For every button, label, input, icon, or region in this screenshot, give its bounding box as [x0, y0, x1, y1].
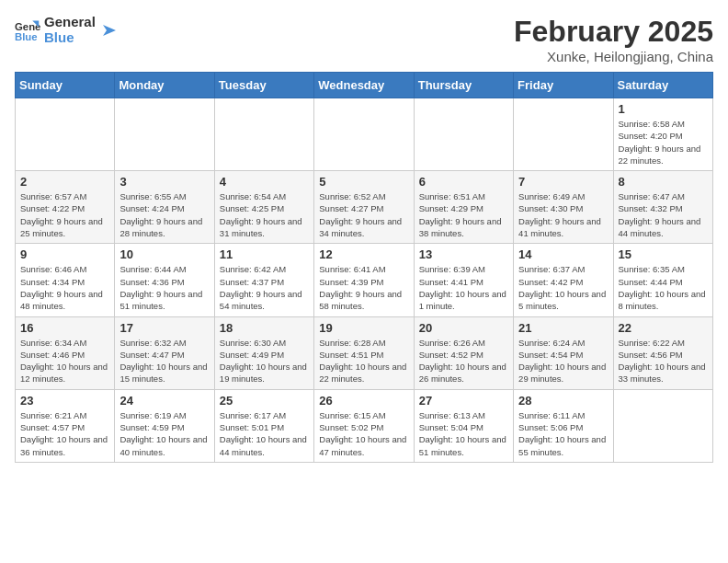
- day-number: 4: [220, 175, 309, 189]
- calendar-cell: 20Sunrise: 6:26 AM Sunset: 4:52 PM Dayli…: [414, 316, 513, 389]
- day-number: 11: [220, 247, 309, 261]
- month-year-title: February 2025: [514, 15, 713, 49]
- calendar-cell: 22Sunrise: 6:22 AM Sunset: 4:56 PM Dayli…: [613, 316, 712, 389]
- day-info: Sunrise: 6:34 AM Sunset: 4:46 PM Dayligh…: [20, 337, 109, 385]
- weekday-header-saturday: Saturday: [613, 73, 712, 98]
- day-info: Sunrise: 6:39 AM Sunset: 4:41 PM Dayligh…: [419, 263, 508, 312]
- day-number: 8: [619, 175, 708, 189]
- day-info: Sunrise: 6:32 AM Sunset: 4:47 PM Dayligh…: [119, 337, 209, 385]
- calendar-cell: 17Sunrise: 6:32 AM Sunset: 4:47 PM Dayli…: [115, 316, 214, 389]
- calendar-cell: 16Sunrise: 6:34 AM Sunset: 4:46 PM Dayli…: [16, 316, 115, 389]
- calendar-cell: 11Sunrise: 6:42 AM Sunset: 4:37 PM Dayli…: [214, 244, 313, 316]
- calendar-header-row: SundayMondayTuesdayWednesdayThursdayFrid…: [16, 73, 713, 98]
- day-info: Sunrise: 6:22 AM Sunset: 4:56 PM Dayligh…: [619, 337, 708, 385]
- calendar-table: SundayMondayTuesdayWednesdayThursdayFrid…: [15, 72, 713, 463]
- day-info: Sunrise: 6:46 AM Sunset: 4:34 PM Dayligh…: [20, 263, 109, 312]
- weekday-header-sunday: Sunday: [16, 73, 115, 98]
- day-number: 26: [319, 394, 408, 408]
- calendar-cell: 4Sunrise: 6:54 AM Sunset: 4:25 PM Daylig…: [214, 171, 313, 244]
- day-info: Sunrise: 6:21 AM Sunset: 4:57 PM Dayligh…: [20, 409, 109, 458]
- calendar-week-row: 23Sunrise: 6:21 AM Sunset: 4:57 PM Dayli…: [16, 389, 713, 462]
- day-number: 12: [319, 247, 408, 261]
- calendar-cell: 3Sunrise: 6:55 AM Sunset: 4:24 PM Daylig…: [115, 171, 214, 244]
- calendar-cell: 15Sunrise: 6:35 AM Sunset: 4:44 PM Dayli…: [613, 244, 712, 316]
- calendar-cell: [314, 98, 414, 171]
- day-info: Sunrise: 6:49 AM Sunset: 4:30 PM Dayligh…: [518, 190, 608, 239]
- day-info: Sunrise: 6:13 AM Sunset: 5:04 PM Dayligh…: [419, 409, 508, 458]
- calendar-cell: 12Sunrise: 6:41 AM Sunset: 4:39 PM Dayli…: [314, 244, 414, 316]
- weekday-header-monday: Monday: [115, 73, 214, 98]
- day-info: Sunrise: 6:35 AM Sunset: 4:44 PM Dayligh…: [619, 263, 708, 312]
- title-block: February 2025 Xunke, Heilongjiang, China: [514, 15, 713, 64]
- logo-blue: Blue: [44, 30, 96, 46]
- day-number: 9: [20, 247, 109, 261]
- day-number: 24: [119, 394, 209, 408]
- day-number: 22: [619, 321, 708, 335]
- logo-general: General: [44, 15, 96, 30]
- calendar-cell: [214, 98, 313, 171]
- day-info: Sunrise: 6:28 AM Sunset: 4:51 PM Dayligh…: [319, 337, 408, 385]
- day-info: Sunrise: 6:58 AM Sunset: 4:20 PM Dayligh…: [619, 118, 708, 167]
- day-info: Sunrise: 6:15 AM Sunset: 5:02 PM Dayligh…: [319, 409, 408, 458]
- day-info: Sunrise: 6:42 AM Sunset: 4:37 PM Dayligh…: [220, 263, 309, 312]
- day-number: 16: [20, 321, 109, 335]
- day-number: 17: [119, 321, 209, 335]
- calendar-cell: 18Sunrise: 6:30 AM Sunset: 4:49 PM Dayli…: [214, 316, 313, 389]
- calendar-cell: 8Sunrise: 6:47 AM Sunset: 4:32 PM Daylig…: [613, 171, 712, 244]
- day-info: Sunrise: 6:19 AM Sunset: 4:59 PM Dayligh…: [119, 409, 209, 458]
- day-info: Sunrise: 6:26 AM Sunset: 4:52 PM Dayligh…: [419, 337, 508, 385]
- day-number: 10: [119, 247, 209, 261]
- day-number: 25: [220, 394, 309, 408]
- weekday-header-wednesday: Wednesday: [314, 73, 414, 98]
- day-number: 7: [518, 175, 608, 189]
- calendar-cell: [115, 98, 214, 171]
- day-info: Sunrise: 6:47 AM Sunset: 4:32 PM Dayligh…: [619, 190, 708, 239]
- calendar-cell: 21Sunrise: 6:24 AM Sunset: 4:54 PM Dayli…: [514, 316, 613, 389]
- day-info: Sunrise: 6:11 AM Sunset: 5:06 PM Dayligh…: [518, 409, 608, 458]
- day-info: Sunrise: 6:30 AM Sunset: 4:49 PM Dayligh…: [220, 337, 309, 385]
- day-number: 6: [419, 175, 508, 189]
- calendar-cell: 5Sunrise: 6:52 AM Sunset: 4:27 PM Daylig…: [314, 171, 414, 244]
- day-info: Sunrise: 6:37 AM Sunset: 4:42 PM Dayligh…: [518, 263, 608, 312]
- day-number: 27: [419, 394, 508, 408]
- logo-arrow-icon: [99, 21, 118, 40]
- calendar-cell: 10Sunrise: 6:44 AM Sunset: 4:36 PM Dayli…: [115, 244, 214, 316]
- day-number: 1: [619, 102, 708, 116]
- day-number: 20: [419, 321, 508, 335]
- day-number: 5: [319, 175, 408, 189]
- weekday-header-friday: Friday: [514, 73, 613, 98]
- logo-icon: General Blue: [15, 17, 40, 43]
- calendar-week-row: 9Sunrise: 6:46 AM Sunset: 4:34 PM Daylig…: [16, 244, 713, 316]
- calendar-week-row: 2Sunrise: 6:57 AM Sunset: 4:22 PM Daylig…: [16, 171, 713, 244]
- calendar-cell: 26Sunrise: 6:15 AM Sunset: 5:02 PM Dayli…: [314, 389, 414, 462]
- day-info: Sunrise: 6:24 AM Sunset: 4:54 PM Dayligh…: [518, 337, 608, 385]
- calendar-cell: [16, 98, 115, 171]
- day-number: 13: [419, 247, 508, 261]
- calendar-cell: [613, 389, 712, 462]
- calendar-cell: 19Sunrise: 6:28 AM Sunset: 4:51 PM Dayli…: [314, 316, 414, 389]
- calendar-cell: 25Sunrise: 6:17 AM Sunset: 5:01 PM Dayli…: [214, 389, 313, 462]
- day-number: 15: [619, 247, 708, 261]
- day-number: 28: [518, 394, 608, 408]
- day-info: Sunrise: 6:55 AM Sunset: 4:24 PM Dayligh…: [119, 190, 209, 239]
- calendar-cell: 2Sunrise: 6:57 AM Sunset: 4:22 PM Daylig…: [16, 171, 115, 244]
- calendar-cell: 28Sunrise: 6:11 AM Sunset: 5:06 PM Dayli…: [514, 389, 613, 462]
- day-info: Sunrise: 6:41 AM Sunset: 4:39 PM Dayligh…: [319, 263, 408, 312]
- calendar-cell: [414, 98, 513, 171]
- weekday-header-thursday: Thursday: [414, 73, 513, 98]
- calendar-cell: 6Sunrise: 6:51 AM Sunset: 4:29 PM Daylig…: [414, 171, 513, 244]
- calendar-cell: 9Sunrise: 6:46 AM Sunset: 4:34 PM Daylig…: [16, 244, 115, 316]
- day-number: 2: [20, 175, 109, 189]
- calendar-week-row: 16Sunrise: 6:34 AM Sunset: 4:46 PM Dayli…: [16, 316, 713, 389]
- day-info: Sunrise: 6:44 AM Sunset: 4:36 PM Dayligh…: [119, 263, 209, 312]
- page-header: General Blue General Blue February 2025 …: [15, 15, 713, 64]
- calendar-week-row: 1Sunrise: 6:58 AM Sunset: 4:20 PM Daylig…: [16, 98, 713, 171]
- calendar-cell: 24Sunrise: 6:19 AM Sunset: 4:59 PM Dayli…: [115, 389, 214, 462]
- logo: General Blue General Blue: [15, 15, 118, 45]
- svg-text:Blue: Blue: [15, 30, 38, 41]
- day-number: 3: [119, 175, 209, 189]
- calendar-cell: 13Sunrise: 6:39 AM Sunset: 4:41 PM Dayli…: [414, 244, 513, 316]
- day-number: 18: [220, 321, 309, 335]
- calendar-cell: 7Sunrise: 6:49 AM Sunset: 4:30 PM Daylig…: [514, 171, 613, 244]
- calendar-cell: 14Sunrise: 6:37 AM Sunset: 4:42 PM Dayli…: [514, 244, 613, 316]
